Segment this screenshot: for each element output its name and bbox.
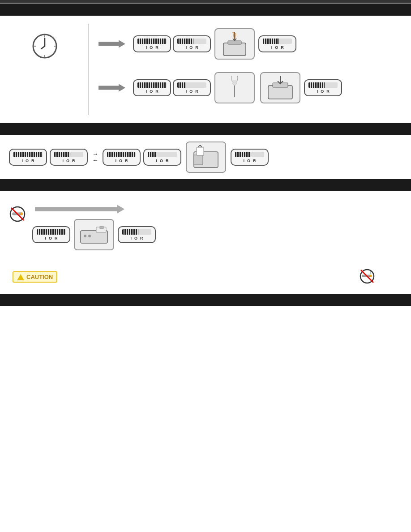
no-smoke-right-container: [359, 268, 375, 286]
svg-point-26: [84, 235, 86, 237]
section1-right: I O R I O R: [96, 24, 402, 115]
seq2-printer: [260, 72, 300, 103]
seq2-step2-ior: I O R: [173, 79, 211, 96]
svg-rect-16: [194, 155, 203, 165]
section1-body: I O R I O R: [9, 24, 402, 115]
section4-header: [0, 294, 411, 306]
svg-rect-21: [21, 213, 22, 215]
sec2-step4-ior: I O R: [143, 149, 181, 166]
seq1-arrow: [98, 39, 125, 49]
svg-rect-25: [100, 226, 103, 229]
section3-seq-row: I O R: [32, 219, 402, 250]
sec3-step1-ior: I O R: [32, 226, 70, 243]
section3-header: [0, 179, 411, 191]
no-smoking-container: [9, 204, 26, 223]
no-smoking-icon: [9, 206, 26, 223]
section2-content: I O R I O R → ← I O R I O R: [0, 135, 411, 179]
printer-flat-icon: [78, 223, 110, 247]
section3-seq-area: I O R: [32, 204, 402, 257]
seq2-row: I O R I O R: [96, 72, 402, 103]
seq1-step1-ior: I O R: [133, 35, 171, 52]
section3-content: I O R: [0, 191, 411, 294]
seq1-printer: [214, 28, 255, 60]
svg-rect-17: [197, 147, 204, 155]
printer-top-load-icon: [219, 32, 250, 56]
top-border: [0, 0, 411, 4]
seq2-arrow: [98, 83, 125, 93]
caution-row: CAUTION: [9, 268, 402, 286]
caution-label: CAUTION: [26, 274, 53, 280]
section3-long-arrow: [35, 204, 124, 215]
sec3-step3-ior: I O R: [118, 226, 156, 243]
printer-top-feed-icon: [265, 76, 296, 100]
svg-rect-7: [223, 43, 246, 56]
section3-body: I O R: [9, 199, 402, 262]
seq2-step5-ior: I O R: [304, 79, 342, 96]
sec2-step2-ior: I O R: [50, 149, 88, 166]
seq1-row: I O R I O R: [96, 28, 402, 60]
svg-line-2: [41, 46, 45, 49]
section1-divider: [88, 24, 89, 115]
svg-rect-30: [370, 275, 372, 277]
clock-icon: [31, 33, 58, 60]
seq2-feather: [214, 72, 255, 103]
caution-badge: CAUTION: [13, 271, 57, 283]
section1-content: I O R I O R: [0, 16, 411, 123]
no-smoke-right-icon: [359, 268, 375, 284]
sec2-step1-ior: I O R: [9, 149, 47, 166]
sec2-step6-ior: I O R: [231, 149, 269, 166]
sec3-printer: [74, 219, 114, 250]
seq1-step4-ior: I O R: [258, 35, 296, 52]
svg-point-27: [88, 235, 91, 237]
seq1-step2-ior: I O R: [173, 35, 211, 52]
sec2-double-arrow: → ←: [92, 151, 98, 164]
section1-left: [9, 24, 81, 115]
section1-header: [0, 4, 411, 16]
sec2-step3-ior: I O R: [103, 149, 141, 166]
sec2-printer: [186, 142, 226, 173]
section3-arrow-container: [32, 204, 402, 215]
section2-header: [0, 123, 411, 135]
seq2-step1-ior: I O R: [133, 79, 171, 96]
caution-triangle-icon: [17, 274, 24, 280]
feather-icon: [219, 76, 250, 100]
printer-side-load-icon: [190, 145, 222, 170]
section4-content: [0, 306, 411, 360]
